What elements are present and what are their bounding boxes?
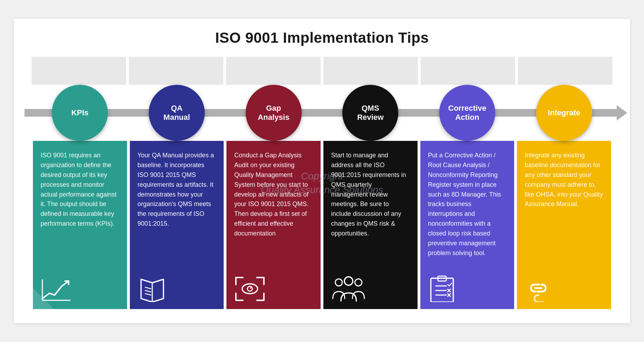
card-gap-analysis-text: Conduct a Gap Analysis Audit on your exi… (234, 151, 313, 268)
card-qms-review-icon (331, 274, 410, 302)
card-qa-manual-text: Your QA Manual provides a baseline. It i… (138, 151, 216, 268)
card-qa-manual: Your QA Manual provides a baseline. It i… (130, 141, 224, 309)
circle-kpis-shape: KPIs (52, 85, 108, 141)
full-layout: Copyright Quality Assurance Solutions KP… (24, 57, 620, 309)
top-connector-int (518, 57, 612, 85)
svg-point-7 (247, 286, 252, 291)
circle-qms-review-shape: QMSReview (342, 85, 398, 141)
svg-line-4 (145, 290, 151, 292)
top-connector-kpis (31, 57, 126, 85)
circle-qa-manual-shape: QAManual (149, 85, 205, 141)
timeline-top-connectors (24, 57, 620, 85)
main-title: ISO 9001 Implementation Tips (24, 29, 620, 46)
svg-line-5 (145, 294, 151, 295)
svg-point-10 (355, 279, 362, 286)
circle-corrective-action: CorrectiveAction (439, 85, 495, 141)
card-qms-review: Start to manage and address all the ISO … (323, 141, 418, 309)
circle-corrective-action-label: CorrectiveAction (448, 104, 486, 122)
card-corrective-action-icon (428, 274, 507, 302)
card-corrective-action-text: Put a Corrective Action / Root Cause Ana… (428, 151, 507, 268)
circle-gap-analysis-shape: GapAnalysis (246, 85, 302, 141)
circle-kpis-label: KPIs (71, 108, 89, 117)
timeline-bar (24, 109, 620, 117)
circle-qms-review: QMSReview (342, 85, 398, 141)
circle-gap-analysis: GapAnalysis (246, 85, 302, 141)
card-corrective-action: Put a Corrective Action / Root Cause Ana… (420, 141, 514, 309)
circle-gap-analysis-label: GapAnalysis (258, 104, 289, 122)
svg-point-11 (344, 277, 353, 285)
infographic-container: ISO 9001 Implementation Tips Copyright Q… (14, 19, 630, 323)
circle-integrate-label: Integrate (548, 108, 580, 117)
timeline-section: KPIs QAManual GapAnalysis QMSReview (24, 85, 620, 141)
card-integrate: Integrate any existing baseline document… (517, 141, 611, 309)
cards-row: ISO 9001 requires an organization to def… (24, 141, 620, 309)
circle-qa-manual: QAManual (149, 85, 205, 141)
card-kpis-text: ISO 9001 requires an organization to def… (41, 151, 119, 268)
card-gap-analysis-icon (234, 274, 313, 302)
svg-point-9 (335, 279, 342, 286)
top-connector-ca (421, 57, 515, 85)
card-gap-analysis: Conduct a Gap Analysis Audit on your exi… (226, 141, 321, 309)
top-connector-gap (226, 57, 321, 85)
circle-qa-manual-label: QAManual (163, 104, 190, 122)
card-qa-manual-icon (138, 274, 216, 302)
card-kpis: ISO 9001 requires an organization to def… (33, 141, 127, 309)
card-qms-review-text: Start to manage and address all the ISO … (331, 151, 410, 268)
circle-qms-review-label: QMSReview (357, 104, 384, 122)
card-integrate-text: Integrate any existing baseline document… (525, 151, 603, 268)
card-integrate-icon (525, 274, 603, 302)
circle-corrective-action-shape: CorrectiveAction (439, 85, 495, 141)
circle-kpis: KPIs (52, 85, 108, 141)
circle-integrate-shape: Integrate (536, 85, 592, 141)
svg-point-8 (250, 287, 251, 289)
svg-line-3 (145, 287, 151, 289)
top-connector-qms (323, 57, 418, 85)
top-connector-qa (129, 57, 223, 85)
card-kpis-corner (33, 288, 54, 309)
svg-point-6 (242, 284, 258, 294)
circle-integrate: Integrate (536, 85, 592, 141)
